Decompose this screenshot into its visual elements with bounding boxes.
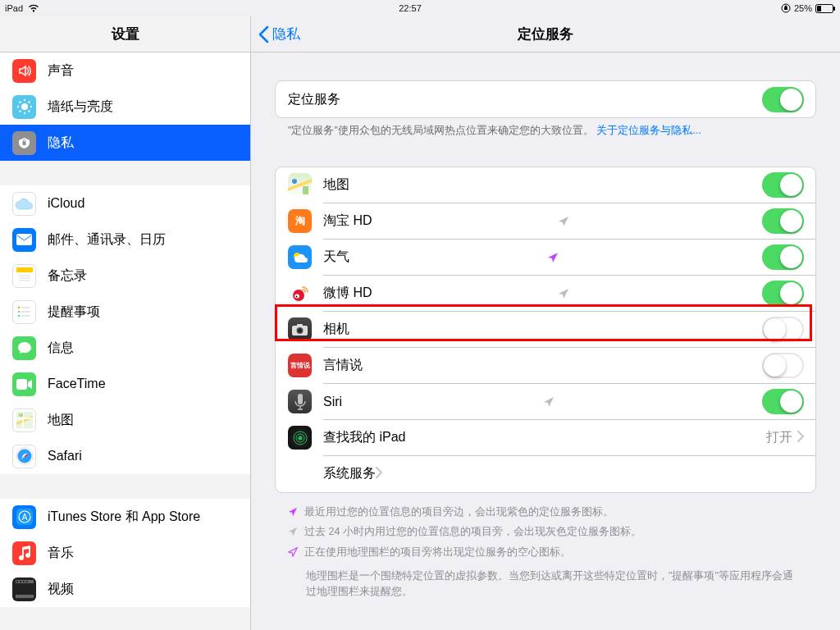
sidebar-item-icloud[interactable]: iCloud <box>0 185 250 221</box>
app-label: 系统服务 <box>323 465 376 482</box>
battery-icon <box>815 4 835 13</box>
app-label: 淘宝 HD <box>323 212 372 230</box>
sidebar-item-appstore[interactable]: A iTunes Store 和 App Store <box>0 499 250 535</box>
app-label: 言情说 <box>323 357 363 374</box>
svg-rect-41 <box>26 581 28 582</box>
sidebar-item-facetime[interactable]: FaceTime <box>0 366 250 402</box>
svg-point-6 <box>23 112 25 114</box>
sidebar: 设置 声音 墙纸与亮度 隐私 iCloud 邮件、通讯录、日历 <box>0 16 251 630</box>
app-toggle[interactable] <box>762 389 804 414</box>
sidebar-item-safari[interactable]: Safari <box>0 438 250 474</box>
svg-point-11 <box>19 110 21 112</box>
app-label: 相机 <box>323 321 349 338</box>
master-section: 定位服务 <box>275 80 816 118</box>
svg-rect-2 <box>817 6 821 11</box>
app-row-weibo: 微博 HD <box>276 276 815 312</box>
svg-point-47 <box>295 295 297 297</box>
location-hints: 最近用过您的位置信息的项目旁边，会出现紫色的定位服务图标。 过去 24 小时内用… <box>275 504 816 562</box>
back-label: 隐私 <box>272 25 300 43</box>
hint-arrow-icon <box>288 526 298 541</box>
app-toggle[interactable] <box>762 244 804 270</box>
app-label: 地图 <box>323 176 349 194</box>
back-chevron-icon <box>258 25 269 43</box>
svg-rect-29 <box>19 413 23 417</box>
wallpaper-icon <box>12 95 36 119</box>
svg-point-9 <box>19 101 21 103</box>
svg-text:A: A <box>21 513 27 522</box>
row-value: 打开 <box>766 429 792 446</box>
privacy-icon <box>12 131 36 155</box>
svg-rect-23 <box>18 315 20 317</box>
hint-arrow-icon <box>288 506 298 522</box>
location-services-master: 定位服务 <box>276 81 815 117</box>
geofence-explanation: 地理围栏是一个围绕特定位置的虚拟参数。当您到达或离开这些特定位置时，"提醒事项"… <box>275 568 816 600</box>
chevron-right-icon <box>797 431 804 445</box>
sidebar-item-label: 信息 <box>48 340 74 357</box>
detail-header: 隐私 定位服务 <box>251 16 840 52</box>
mail-icon <box>12 228 36 252</box>
sidebar-item-label: 提醒事项 <box>48 304 100 321</box>
svg-point-51 <box>298 328 302 332</box>
sidebar-item-sound[interactable]: 声音 <box>0 52 250 89</box>
hint-item: 最近用过您的位置信息的项目旁边，会出现紫色的定位服务图标。 <box>288 504 803 522</box>
svg-rect-37 <box>16 583 34 595</box>
sidebar-item-label: 音乐 <box>48 545 74 562</box>
app-toggle[interactable] <box>762 208 804 234</box>
app-row-findmy[interactable]: 查找我的 iPad 打开 <box>276 420 815 456</box>
app-row-taobao: 淘 淘宝 HD <box>276 203 815 240</box>
sidebar-item-label: Safari <box>48 449 82 463</box>
svg-rect-22 <box>18 311 20 313</box>
svg-rect-52 <box>298 394 303 404</box>
orientation-lock-icon <box>781 3 791 13</box>
app-label: 查找我的 iPad <box>323 429 405 446</box>
chevron-right-icon <box>376 467 382 482</box>
app-toggle[interactable] <box>762 281 804 306</box>
location-arrow-icon <box>543 396 555 408</box>
app-label: Siri <box>323 395 342 409</box>
svg-rect-13 <box>23 141 26 145</box>
svg-point-8 <box>30 106 31 107</box>
app-row-camera: 相机 <box>276 312 815 348</box>
hint-item: 过去 24 小时内用过您的位置信息的项目旁，会出现灰色定位服务图标。 <box>288 524 803 541</box>
video-icon <box>12 578 36 601</box>
svg-rect-27 <box>16 379 27 390</box>
location-arrow-icon <box>547 252 559 263</box>
sidebar-item-maps[interactable]: 地图 <box>0 402 250 438</box>
app-row-none[interactable]: 系统服务 <box>276 456 815 492</box>
app-toggle[interactable] <box>762 172 804 198</box>
app-row-weather: 天气 <box>276 240 815 276</box>
sidebar-item-label: iCloud <box>48 196 84 211</box>
app-row-maps-app: 地图 <box>276 167 815 203</box>
privacy-link[interactable]: 关于定位服务与隐私... <box>596 125 701 136</box>
location-arrow-icon <box>558 216 569 227</box>
app-toggle[interactable] <box>762 317 804 342</box>
sidebar-item-label: 墙纸与亮度 <box>48 98 113 116</box>
sidebar-item-messages[interactable]: 信息 <box>0 330 250 366</box>
sidebar-item-notes[interactable]: 备忘录 <box>0 258 250 294</box>
hint-text: 最近用过您的位置信息的项目旁边，会出现紫色的定位服务图标。 <box>304 504 614 520</box>
sidebar-item-reminders[interactable]: 提醒事项 <box>0 294 250 330</box>
sidebar-item-mail[interactable]: 邮件、通讯录、日历 <box>0 221 250 258</box>
facetime-icon <box>12 372 36 396</box>
sidebar-title: 设置 <box>0 16 250 52</box>
appstore-icon: A <box>12 505 36 529</box>
sidebar-item-label: 地图 <box>48 412 74 429</box>
svg-rect-43 <box>303 186 308 194</box>
safari-icon <box>12 445 36 468</box>
sidebar-item-music[interactable]: 音乐 <box>0 535 250 571</box>
app-toggle[interactable] <box>762 353 804 378</box>
hint-text: 正在使用地理围栏的项目旁将出现定位服务的空心图标。 <box>304 545 571 560</box>
reminders-icon <box>12 300 36 324</box>
clock: 22:57 <box>39 3 781 13</box>
sidebar-item-video[interactable]: 视频 <box>0 571 250 607</box>
sidebar-item-wallpaper[interactable]: 墙纸与亮度 <box>0 89 250 125</box>
master-toggle[interactable] <box>762 87 804 112</box>
sidebar-item-privacy[interactable]: 隐私 <box>0 125 250 161</box>
status-bar: iPad 22:57 25% <box>0 0 840 16</box>
maps-icon <box>12 409 36 432</box>
svg-rect-14 <box>16 234 32 245</box>
svg-point-10 <box>28 101 30 103</box>
back-button[interactable]: 隐私 <box>251 25 300 43</box>
app-row-siri: Siri <box>276 384 815 420</box>
svg-rect-40 <box>23 581 25 582</box>
